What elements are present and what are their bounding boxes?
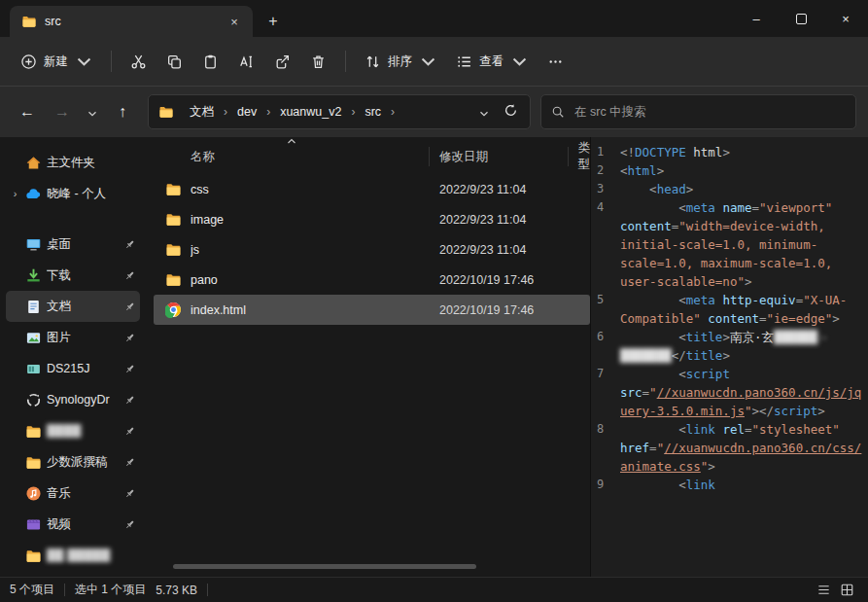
toolbar-button-label: 查看 [479, 53, 503, 70]
minimize-button[interactable]: – [734, 0, 779, 37]
view-icon [456, 53, 472, 70]
sidebar-item-label: 桌面 [47, 236, 119, 253]
chevron-right-icon: › [222, 105, 229, 119]
breadcrumb-item[interactable]: xuanwu_v2 [274, 101, 347, 123]
file-name-cell: css [154, 181, 430, 197]
code-line: 6 <title>南京·玄██████－███████</title> [597, 328, 866, 365]
sort-icon [365, 53, 381, 70]
sidebar-item-desktop[interactable]: 桌面 [6, 229, 140, 260]
file-row[interactable]: index.html2022/10/19 17:46Chrom [154, 295, 590, 325]
folder-icon [25, 454, 42, 471]
up-icon: ↑ [119, 103, 126, 121]
sidebar-item-folder-redacted-1[interactable]: ████ [6, 415, 140, 446]
rename-button[interactable] [229, 47, 263, 77]
sidebar-item-label: 少数派撰稿 [47, 454, 119, 471]
address-dropdown-button[interactable] [473, 96, 495, 127]
sidebar-item-label: ████ [47, 424, 119, 438]
sidebar-item-downloads[interactable]: 下载 [6, 260, 140, 291]
tab-close-icon[interactable]: × [224, 11, 245, 32]
new-tab-button[interactable]: + [260, 9, 286, 34]
more-icon [547, 53, 564, 70]
code-line: 4 <meta name="viewport" content="width=d… [597, 198, 866, 291]
sidebar-item-onedrive[interactable]: ›晓峰 - 个人 [6, 178, 140, 209]
delete-button[interactable] [301, 47, 335, 77]
code-text: <html> [620, 161, 866, 180]
column-header-type[interactable]: 类型 [569, 147, 591, 166]
content-area: 主文件夹›晓峰 - 个人桌面下载文档图片DS215JSynologyDr████… [0, 137, 868, 577]
sidebar-item-synologydrive[interactable]: SynologyDr [6, 384, 140, 415]
file-list-area: 名称 修改日期 类型 css2022/9/23 11:04文件夹image202… [146, 137, 590, 577]
breadcrumb-item[interactable]: 文档 [184, 100, 220, 124]
maximize-icon [796, 14, 807, 24]
forward-button[interactable]: → [47, 96, 78, 127]
sidebar-item-documents[interactable]: 文档 [6, 291, 140, 322]
search-box[interactable] [540, 94, 856, 129]
back-button[interactable]: ← [12, 96, 43, 127]
status-separator [207, 584, 208, 596]
downloads-icon [25, 267, 42, 284]
horizontal-scrollbar-thumb[interactable] [173, 564, 476, 569]
share-button[interactable] [265, 47, 299, 77]
more-button[interactable] [538, 47, 573, 77]
chevron-right-icon[interactable]: › [10, 188, 20, 199]
file-row[interactable]: image2022/9/23 11:04文件夹 [154, 204, 590, 234]
pin-icon [123, 301, 136, 313]
share-icon [274, 53, 291, 70]
file-name: index.html [191, 303, 246, 317]
details-view-icon [816, 583, 831, 597]
file-type: 文件夹 [581, 211, 591, 228]
code-line: 9 <link [597, 476, 866, 494]
view-button[interactable]: 查看 [447, 47, 537, 77]
sidebar-item-videos[interactable]: 视频 [6, 509, 140, 540]
sort-button[interactable]: 排序 [356, 47, 445, 77]
column-header-date[interactable]: 修改日期 [430, 147, 569, 166]
status-separator [64, 584, 65, 596]
paste-button[interactable] [193, 47, 227, 77]
minimize-icon: – [752, 12, 759, 26]
file-type: 文件夹 [581, 271, 591, 288]
cut-icon [130, 53, 147, 70]
cut-button[interactable] [122, 47, 156, 77]
maximize-button[interactable] [779, 0, 823, 37]
column-header-label: 类型 [578, 140, 591, 173]
breadcrumb-item[interactable]: dev [231, 101, 262, 123]
line-number: 3 [597, 180, 620, 198]
sidebar-item-home[interactable]: 主文件夹 [6, 147, 140, 178]
breadcrumb-item[interactable]: src [359, 101, 387, 123]
sidebar-item-label: 图片 [47, 330, 119, 346]
sidebar-item-ds215j[interactable]: DS215J [6, 353, 140, 384]
search-input[interactable] [573, 104, 846, 120]
forward-icon: → [54, 103, 70, 121]
item-count: 5 个项目 [10, 582, 54, 598]
code-line: 3 <head> [597, 180, 866, 198]
up-button[interactable]: ↑ [107, 96, 138, 127]
column-header-name[interactable]: 名称 [154, 147, 430, 166]
file-row[interactable]: pano2022/10/19 17:46文件夹 [154, 265, 590, 295]
selection-count: 选中 1 个项目 [75, 582, 146, 598]
large-icons-view-button[interactable] [837, 581, 856, 600]
chevron-down-icon [479, 103, 489, 121]
refresh-button[interactable] [495, 96, 526, 127]
new-button[interactable]: 新建 [12, 47, 101, 77]
sidebar-item-music[interactable]: 音乐 [6, 478, 140, 509]
sidebar-item-shaoshupai[interactable]: 少数派撰稿 [6, 446, 140, 478]
code-line: 1<!DOCTYPE html> [597, 143, 866, 161]
sidebar-item-folder-redacted-2[interactable]: ██ █████ [6, 540, 140, 571]
sort-ascending-icon [287, 138, 296, 144]
rename-icon [238, 53, 255, 70]
code-line: 5 <meta http-equiv="X-UA-Compatible" con… [597, 291, 866, 328]
close-button[interactable]: × [823, 0, 868, 37]
statusbar: 5 个项目 选中 1 个项目 5.73 KB [0, 577, 868, 602]
recent-locations-button[interactable] [82, 96, 103, 127]
toolbar-button-label: 新建 [44, 53, 68, 70]
details-view-button[interactable] [814, 581, 833, 600]
file-row[interactable]: css2022/9/23 11:04文件夹 [154, 174, 590, 204]
file-date: 2022/9/23 11:04 [430, 243, 581, 257]
copy-icon [166, 53, 183, 70]
new-icon [20, 53, 37, 70]
copy-button[interactable] [157, 47, 191, 77]
address-bar[interactable]: 文档›dev›xuanwu_v2›src› [148, 94, 531, 129]
tab-src[interactable]: src × [10, 6, 253, 37]
file-row[interactable]: js2022/9/23 11:04文件夹 [154, 234, 590, 265]
sidebar-item-pictures[interactable]: 图片 [6, 322, 140, 353]
